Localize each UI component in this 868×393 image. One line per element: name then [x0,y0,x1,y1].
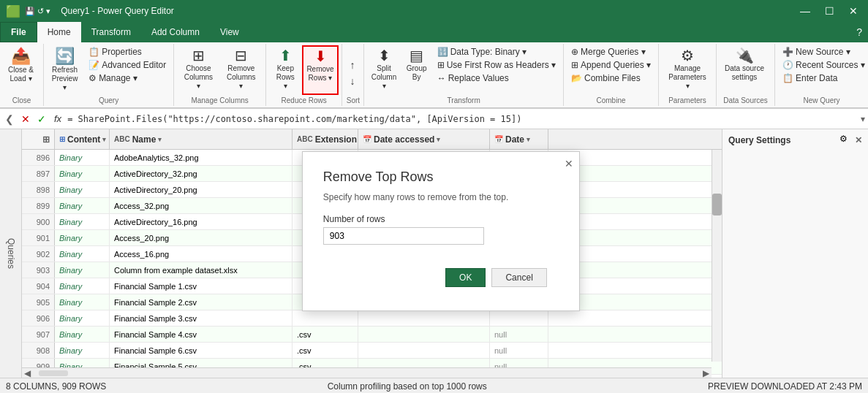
dialog-title: Remove Top Rows [323,169,559,185]
date-filter-icon[interactable]: ▾ [437,136,440,143]
refresh-preview-button[interactable]: 🔄 RefreshPreview ▾ [47,45,83,95]
scroll-left-btn[interactable]: ◀ [22,368,33,378]
dialog-cancel-button[interactable]: Cancel [491,268,546,287]
recent-sources-icon: 🕐 [782,60,793,70]
choose-columns-button[interactable]: ⊞ ChooseColumns ▾ [177,45,219,95]
replace-values-button[interactable]: ↔ Replace Values [433,72,560,85]
col-header-date-accessed[interactable]: 📅 Date accessed ▾ [358,129,490,149]
manage-parameters-button[interactable]: ⚙ ManageParameters ▾ [662,45,713,95]
col-header-date[interactable]: 📅 Date ▾ [490,129,548,149]
scroll-right-btn[interactable]: ▶ [701,368,712,378]
queries-sidebar[interactable]: Queries [0,129,22,378]
sort-desc-button[interactable]: ↓ [345,74,359,88]
app-icon: 🟩 [6,4,20,18]
tab-home[interactable]: Home [37,22,81,42]
keep-rows-button[interactable]: ⬆ KeepRows ▾ [269,45,302,95]
tab-transform[interactable]: Transform [81,22,141,42]
remove-rows-button[interactable]: ⬇ RemoveRows ▾ [302,45,339,95]
scroll-thumb[interactable] [39,370,68,376]
dialog-subtitle: Specify how many rows to remove from the… [323,192,559,202]
minimize-button[interactable]: — [796,5,815,17]
cell-extension [293,310,358,326]
cell-content: Binary [55,198,110,213]
table-row[interactable]: 907 Binary Financial Sample 4.csv .csv n… [22,327,722,343]
ribbon-group-parameters: ⚙ ManageParameters ▾ Parameters [659,44,717,106]
col-header-content[interactable]: ⊞ Content ▾ [55,129,110,149]
cell-content: Binary [55,262,110,278]
content-filter-icon[interactable]: ▾ [102,136,106,143]
split-column-button[interactable]: ⬍ SplitColumn ▾ [367,45,400,95]
close-button[interactable]: ✕ [845,5,862,17]
maximize-button[interactable]: ☐ [820,5,839,17]
cancel-formula-button[interactable]: ✕ [19,113,32,125]
cell-rownum: 903 [22,262,55,278]
status-rows-cols: 8 COLUMNS, 909 ROWS [6,381,106,392]
help-button[interactable]: ? [850,22,868,42]
group-by-button[interactable]: ▤ GroupBy [402,45,431,95]
nav-prev-button[interactable]: ❮ [3,113,16,125]
append-queries-button[interactable]: ⊞ Append Queries ▾ [567,58,655,72]
ribbon-tabs: File Home Transform Add Column View ? [0,22,868,42]
date-type-icon: 📅 [363,135,371,143]
enter-data-icon: 📋 [782,73,793,83]
ribbon-group-sort: ↑ ↓ Sort [342,44,364,106]
col-header-name[interactable]: ABC Name ▾ [110,129,293,149]
table-row[interactable]: 908 Binary Financial Sample 6.csv .csv n… [22,343,722,359]
tab-view[interactable]: View [210,22,249,42]
horizontal-scrollbar[interactable]: ◀ ▶ [22,367,712,378]
cell-name: ActiveDirectory_32.png [110,166,293,181]
content-type-icon: ⊞ [59,135,65,143]
manage-button[interactable]: ⚙ Manage ▾ [84,72,170,85]
advanced-editor-button[interactable]: 📝 Advanced Editor [84,58,170,72]
query-settings-close-button[interactable]: ✕ [855,135,862,145]
rows-count-input[interactable] [323,227,484,245]
name-filter-icon[interactable]: ▾ [158,136,162,143]
ribbon-group-new-query: ➕ New Source ▾ 🕐 Recent Sources ▾ 📋 Ente… [775,44,868,106]
close-load-button[interactable]: 📤 Close &Load ▾ [3,45,39,95]
dialog-close-button[interactable]: ✕ [565,158,573,169]
tab-add-column[interactable]: Add Column [141,22,210,42]
recent-sources-button[interactable]: 🕐 Recent Sources ▾ [778,58,868,72]
cell-content: Binary [55,343,110,358]
dialog-ok-button[interactable]: OK [445,268,486,287]
dialog-footer: OK Cancel [323,259,559,296]
data-source-settings-button[interactable]: 🔌 Data sourcesettings [720,45,769,95]
cell-name: Financial Sample 6.csv [110,343,293,358]
vertical-scrollbar[interactable] [712,150,722,362]
cell-name: AdobeAnalytics_32.png [110,150,293,165]
sort-asc-button[interactable]: ↑ [345,58,359,72]
combine-files-button[interactable]: 📂 Combine Files [567,72,655,85]
enter-data-button[interactable]: 📋 Enter Data [778,72,868,85]
cell-rownum: 902 [22,246,55,262]
ribbon-content: 📤 Close &Load ▾ Close 🔄 RefreshPreview ▾… [0,42,868,108]
tab-file[interactable]: File [0,22,37,42]
date2-filter-icon[interactable]: ▾ [527,136,530,143]
ribbon-group-reduce-rows: ⬆ KeepRows ▾ ⬇ RemoveRows ▾ Reduce Rows [266,44,342,106]
cell-rownum: 896 [22,150,55,165]
query-settings-gear-icon[interactable]: ⚙ [839,134,848,144]
remove-top-rows-dialog: ✕ Remove Top Rows Specify how many rows … [302,151,580,311]
cell-rownum: 907 [22,327,55,342]
table-row[interactable]: 906 Binary Financial Sample 3.csv [22,310,722,327]
ribbon-group-combine: ⊕ Merge Queries ▾ ⊞ Append Queries ▾ 📂 C… [564,44,659,106]
cell-name: Financial Sample 3.csv [110,310,293,326]
new-source-button[interactable]: ➕ New Source ▾ [778,45,868,58]
confirm-formula-button[interactable]: ✓ [35,113,48,125]
col-header-extension[interactable]: ABC Extension ▾ [293,129,358,149]
cell-content: Binary [55,230,110,245]
data-type-button[interactable]: 🔢 Data Type: Binary ▾ [433,45,560,58]
cell-rownum: 908 [22,343,55,358]
formula-input[interactable] [67,114,858,124]
use-first-row-button[interactable]: ⊞ Use First Row as Headers ▾ [433,58,560,72]
ribbon-group-query: 🔄 RefreshPreview ▾ 📋 Properties 📝 Advanc… [44,44,174,106]
cell-content: Binary [55,310,110,326]
properties-button[interactable]: 📋 Properties [84,45,170,58]
split-column-icon: ⬍ [378,48,390,63]
ribbon-group-transform: ⬍ SplitColumn ▾ ▤ GroupBy 🔢 Data Type: B… [364,44,564,106]
cell-content: Binary [55,214,110,229]
merge-queries-button[interactable]: ⊕ Merge Queries ▾ [567,45,655,58]
data-grid: ⊞ ⊞ Content ▾ ABC Name ▾ ABC Extension ▾… [22,129,722,378]
group-by-icon: ▤ [410,48,423,63]
remove-columns-button[interactable]: ⊟ RemoveColumns ▾ [220,45,263,95]
formula-expand-button[interactable]: ▾ [861,114,865,124]
